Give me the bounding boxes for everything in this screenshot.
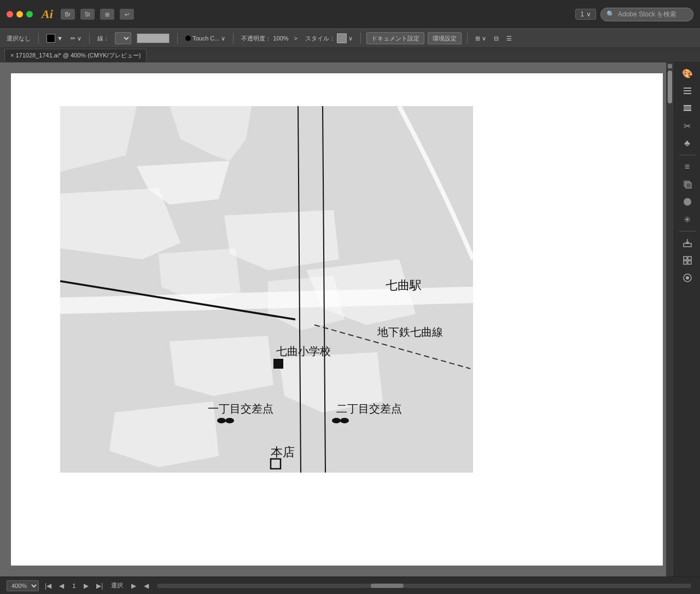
main-store-label: 本店 (271, 445, 295, 459)
divider6 (467, 33, 468, 44)
map-svg: 七曲駅 地下鉄七曲線 七曲小学校 一丁目交差点 二丁目交差点 本店 (60, 106, 473, 473)
page-number: 1 (70, 581, 78, 590)
doc-settings-btn[interactable]: ドキュメント設定 (366, 32, 424, 44)
titlebar-right: 1 ∨ 🔍 Adobe Stock を検索 (575, 8, 693, 21)
titlebar: Ai Br St ⊞ ↩ 1 ∨ 🔍 Adobe Stock を検索 (0, 0, 700, 28)
nav-next-next[interactable]: ▶| (95, 582, 104, 590)
stroke-label: 線： (95, 33, 112, 44)
export-icon[interactable] (679, 235, 696, 251)
svg-rect-31 (684, 107, 691, 109)
svg-rect-27 (684, 88, 691, 89)
svg-rect-38 (688, 257, 691, 260)
map-container: 七曲駅 地下鉄七曲線 七曲小学校 一丁目交差点 二丁目交差点 本店 (60, 106, 473, 473)
cc-libraries-icon[interactable] (679, 270, 696, 286)
minimize-button[interactable] (16, 11, 23, 18)
svg-point-42 (686, 276, 689, 279)
selection-label: 選択 (109, 580, 125, 591)
svg-rect-29 (684, 93, 691, 94)
nav-prev-prev[interactable]: |◀ (43, 582, 53, 590)
back-icon[interactable]: ↩ (120, 9, 134, 20)
document-tab[interactable]: × 171028_1741.ai* @ 400% (CMYK/プレビュー) (4, 49, 147, 62)
bottombar: 400% |◀ ◀ 1 ▶ ▶| 選択 ▶ ◀ (0, 576, 700, 594)
main-area: 七曲駅 地下鉄七曲線 七曲小学校 一丁目交差点 二丁目交差点 本店 (0, 62, 700, 576)
close-button[interactable] (7, 11, 13, 18)
svg-marker-14 (170, 336, 273, 396)
style-group: スタイル： ∨ (303, 32, 355, 44)
align-btn[interactable]: ⊟ (492, 34, 501, 43)
elementary-school-label: 七曲小学校 (276, 345, 331, 357)
version-button[interactable]: 1 ∨ (575, 9, 596, 20)
svg-rect-39 (684, 261, 687, 264)
svg-rect-34 (686, 183, 691, 188)
svg-point-35 (684, 198, 691, 206)
scissors-icon[interactable]: ✂ (679, 118, 696, 133)
school-icon (273, 359, 283, 369)
fill-swatch[interactable]: ▼ (44, 33, 65, 44)
toolbar: 選択なし ▼ ✏ ∨ 線： Touch C... ∨ 不透明度： 100% > … (0, 28, 700, 48)
touch-btn[interactable]: Touch C... ∨ (183, 34, 228, 43)
svg-rect-30 (684, 109, 691, 111)
canvas-area[interactable]: 七曲駅 地下鉄七曲線 七曲小学校 一丁目交差点 二丁目交差点 本店 (0, 62, 674, 576)
horizontal-scrollbar[interactable] (157, 584, 691, 588)
preferences-btn[interactable]: 環境設定 (428, 32, 462, 44)
circle-icon[interactable] (679, 194, 696, 209)
intersection2-label: 二丁目交差点 (336, 403, 402, 415)
svg-rect-32 (684, 105, 691, 107)
color-panel-icon[interactable]: 🎨 (679, 66, 696, 81)
panel-divider1 (679, 155, 696, 155)
right-panel: 🎨 ✂ ♣ ≡ ✳ (674, 62, 700, 576)
arrow-play[interactable]: ▶ (130, 582, 138, 590)
nav-prev[interactable]: ◀ (57, 582, 66, 590)
plugins-icon[interactable]: ♣ (679, 136, 696, 151)
brush-tool[interactable]: ✏ ∨ (68, 34, 84, 43)
stroke-select[interactable] (115, 32, 131, 44)
zoom-select[interactable]: 400% (7, 580, 39, 591)
intersection1-label: 一丁目交差点 (208, 403, 273, 415)
svg-point-23 (217, 418, 226, 423)
divider3 (177, 33, 178, 44)
svg-point-24 (225, 418, 234, 423)
selection-indicator: 選択なし (4, 33, 33, 44)
subway-line-label: 地下鉄七曲線 (377, 326, 443, 338)
panel-divider2 (679, 231, 696, 231)
menu-btn[interactable]: ☰ (504, 34, 514, 43)
fill-color[interactable] (46, 34, 55, 43)
svg-marker-11 (60, 188, 180, 259)
divider5 (360, 33, 361, 44)
align-panel-icon[interactable]: ≡ (679, 159, 696, 174)
stock-icon[interactable]: St (80, 9, 95, 20)
divider1 (38, 33, 39, 44)
traffic-lights (7, 11, 33, 18)
properties-icon[interactable] (679, 83, 696, 98)
svg-rect-28 (684, 90, 691, 91)
svg-point-25 (332, 418, 341, 423)
bridge-icon[interactable]: Br (61, 9, 75, 20)
layers-icon[interactable] (679, 101, 696, 116)
pathfinder-icon[interactable] (679, 177, 696, 192)
star-icon[interactable]: ✳ (679, 212, 696, 227)
svg-rect-37 (684, 257, 687, 260)
artboards-icon[interactable] (679, 253, 696, 268)
tabbar: × 171028_1741.ai* @ 400% (CMYK/プレビュー) (0, 48, 700, 62)
nanakuma-station-label: 七曲駅 (386, 278, 422, 292)
svg-point-26 (340, 418, 349, 423)
divider2 (89, 33, 90, 44)
scrollbar-vertical[interactable] (666, 62, 674, 576)
opacity-group: 不透明度： 100% > (239, 33, 299, 44)
stroke-color-box[interactable] (135, 32, 172, 44)
adobe-stock-search[interactable]: 🔍 Adobe Stock を検索 (600, 8, 693, 21)
maximize-button[interactable] (26, 11, 33, 18)
arrow-back-nav[interactable]: ◀ (142, 582, 150, 590)
app-title: Ai (42, 7, 53, 21)
nav-next[interactable]: ▶ (82, 582, 90, 590)
arrange-btn[interactable]: ⊞ ∨ (473, 34, 488, 43)
grid-icon[interactable]: ⊞ (100, 9, 114, 20)
divider4 (233, 33, 234, 44)
svg-rect-40 (688, 261, 691, 264)
